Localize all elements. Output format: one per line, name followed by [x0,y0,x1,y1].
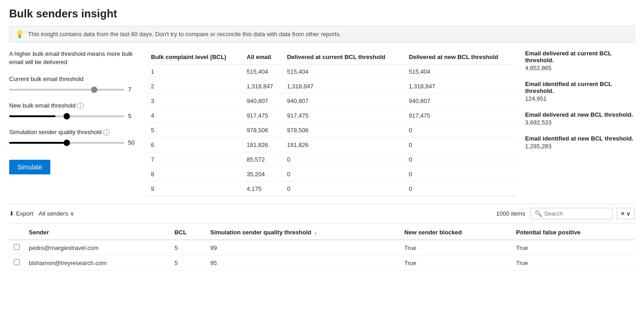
cell-bcl: 2 [146,79,242,94]
columns-chevron: ∨ [626,210,631,217]
cell-all: 515,404 [242,65,282,79]
table-row: 9 4,175 0 0 [146,182,516,196]
cell-all: 978,506 [242,123,282,138]
cell-all: 35,204 [242,167,282,182]
cell-new: 0 [404,152,516,167]
banner-text: This insight contains data from the last… [28,31,341,38]
new-threshold-value: 5 [128,113,137,119]
new-threshold-slider[interactable] [9,115,124,117]
col-checkbox [9,225,24,240]
table-row: 3 940,807 940,807 940,807 [146,94,516,108]
new-threshold-info-icon[interactable]: i [77,103,84,109]
stat-label: Email delivered at new BCL threshold. [525,111,635,118]
cell-new: 515,404 [404,65,516,79]
cell-current: 0 [282,167,404,182]
bcl-table: Bulk complaint level (BCL) All email Del… [146,50,516,196]
list-item: pedro@margiestravel.com 5 99 True True [9,240,635,255]
cell-false-positive: True [511,240,635,255]
new-threshold-label: New bulk email threshold i [9,102,137,109]
cell-bcl: 5 [170,255,205,271]
stat-value: 4,852,865 [525,65,635,71]
cell-all: 940,807 [242,94,282,108]
current-threshold-value: 7 [128,86,137,93]
columns-button[interactable]: ≡ ∨ [617,208,635,219]
cell-bcl: 3 [146,94,242,108]
description-text: A higher bulk email threshold means more… [9,50,137,66]
cell-new: 1,318,847 [404,79,516,94]
stat-block: Email delivered at new BCL threshold. 3,… [525,111,635,126]
cell-bcl: 4 [146,108,242,123]
cell-bcl: 8 [146,167,242,182]
table-row: 7 85,572 0 0 [146,152,516,167]
left-panel: A higher bulk email threshold means more… [9,50,137,196]
col-blocked: New sender blocked [400,225,511,240]
sim-threshold-info-icon[interactable]: i [103,129,110,135]
cell-sender: pedro@margiestravel.com [24,240,170,255]
new-threshold-row: 5 [9,113,137,119]
stat-block: Email delivered at current BCL threshold… [525,50,635,71]
current-threshold-slider[interactable] [9,89,124,91]
sort-icon: ↓ [314,230,317,235]
stat-block: Email identified at current BCL threshol… [525,81,635,102]
search-icon: 🔍 [535,210,542,217]
table-row: 6 181,826 181,826 0 [146,138,516,152]
stat-block: Email identified at new BCL threshold. 1… [525,135,635,150]
stat-label: Email identified at current BCL threshol… [525,81,635,94]
sim-threshold-slider[interactable] [9,142,124,144]
cell-current: 0 [282,182,404,196]
cell-current: 917,475 [282,108,404,123]
simulate-button[interactable]: Simulate [9,160,50,174]
search-box: 🔍 [531,208,613,219]
new-threshold-section: New bulk email threshold i 5 [9,102,137,119]
stat-value: 124,951 [525,95,635,102]
cell-bcl: 5 [170,240,205,255]
senders-table: Sender BCL Simulation sender quality thr… [9,225,635,271]
bottom-section: ⬇ Export All senders ∨ 1000 items 🔍 ≡ ∨ [9,204,635,271]
center-panel: Bulk complaint level (BCL) All email Del… [146,50,516,196]
cell-bcl: 6 [146,138,242,152]
all-senders-filter[interactable]: All senders ∨ [39,210,75,217]
cell-new: 917,475 [404,108,516,123]
filter-label: All senders [39,210,68,217]
search-input[interactable] [544,210,603,217]
table-row: 5 978,506 978,506 0 [146,123,516,138]
cell-bcl: 7 [146,152,242,167]
current-threshold-row: 7 [9,86,137,93]
info-banner: 💡 This insight contains data from the la… [9,26,635,43]
cell-current: 515,404 [282,65,404,79]
cell-all: 85,572 [242,152,282,167]
sim-threshold-value: 50 [128,139,137,146]
row-checkbox-cell [9,255,24,271]
current-threshold-label: Current bulk email threshold [9,76,137,82]
current-threshold-section: Current bulk email threshold 7 [9,76,137,93]
export-label: Export [16,210,33,217]
cell-new: 0 [404,182,516,196]
cell-new: 0 [404,167,516,182]
cell-new: 0 [404,123,516,138]
cell-sender: bishamon@treyresearch.com [24,255,170,271]
stat-value: 1,285,283 [525,143,635,150]
stat-label: Email delivered at current BCL threshold… [525,50,635,64]
cell-all: 4,175 [242,182,282,196]
table-row: 8 35,204 0 0 [146,167,516,182]
cell-sim-quality: 99 [206,240,400,255]
page-title: Bulk senders insight [9,7,635,20]
stat-label: Email identified at new BCL threshold. [525,135,635,142]
item-count: 1000 items [496,210,526,217]
info-icon: 💡 [15,30,24,38]
cell-new: 940,807 [404,94,516,108]
cell-current: 978,506 [282,123,404,138]
cell-blocked: True [400,240,511,255]
cell-false-positive: True [511,255,635,271]
row-checkbox[interactable] [14,244,20,250]
cell-blocked: True [400,255,511,271]
col-all: All email [242,50,282,65]
export-button[interactable]: ⬇ Export [9,210,33,217]
row-checkbox[interactable] [14,259,20,265]
export-icon: ⬇ [9,210,14,217]
chevron-down-icon: ∨ [70,210,75,217]
cell-all: 181,826 [242,138,282,152]
list-item: bishamon@treyresearch.com 5 95 True True [9,255,635,271]
toolbar-left: ⬇ Export All senders ∨ [9,210,75,217]
cell-sim-quality: 95 [206,255,400,271]
